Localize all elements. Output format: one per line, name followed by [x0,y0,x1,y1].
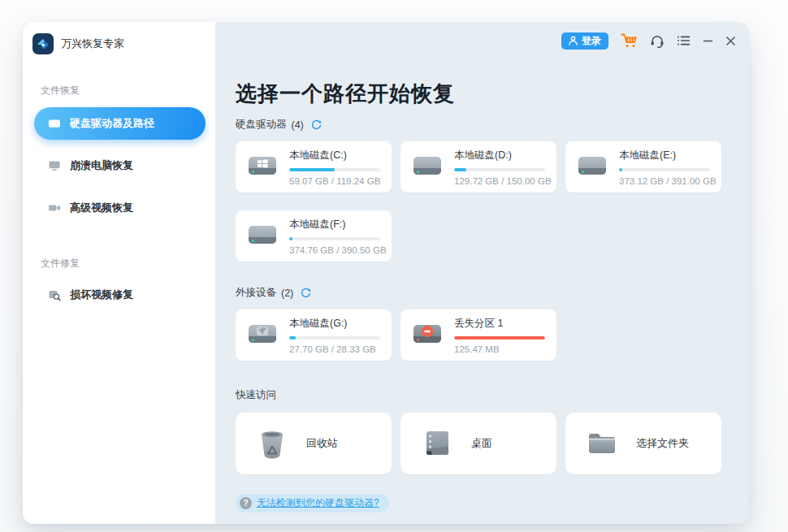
support-headset-icon[interactable] [650,34,665,48]
usage-bar [619,168,710,171]
hard-drive-icon [411,154,444,181]
drive-card-info: 本地磁盘(E:) 373.12 GB / 391.00 GB [619,149,717,186]
usage-bar [454,168,545,171]
folder-icon [586,427,618,460]
hard-drives-grid: 本地磁盘(C:) 59.07 GB / 119.24 GB 本地磁盘(D:) [236,141,749,262]
logo-row: 万兴恢复专家 [23,32,215,56]
usage-bar-fill [289,336,296,340]
question-mark-icon: ? [240,497,252,509]
sidebar-item-label: 崩溃电脑恢复 [70,158,133,173]
main-content: 登录 [215,22,749,524]
drive-size: 374.76 GB / 390.50 GB [289,245,387,255]
app-title: 万兴恢复专家 [61,37,124,51]
help-pill[interactable]: ? 无法检测到您的硬盘驱动器? [236,494,389,513]
drive-name: 丢失分区 1 [454,317,545,331]
desktop-background: 万兴恢复专家 文件恢复 硬盘驱动器及路径 [0,0,788,532]
cart-icon[interactable] [621,33,638,49]
usage-bar-fill [289,237,292,240]
video-repair-icon [48,288,61,301]
sidebar: 万兴恢复专家 文件恢复 硬盘驱动器及路径 [23,22,215,524]
drive-name: 本地磁盘(E:) [619,149,717,162]
minimize-icon[interactable] [703,36,713,46]
lost-partition-drive-icon [411,322,444,349]
refresh-icon[interactable] [311,119,322,130]
usb-drive-icon [246,322,279,349]
quick-access-label: 回收站 [306,436,338,451]
group-label: 硬盘驱动器 [236,118,287,132]
drive-name: 本地磁盘(D:) [454,149,552,162]
refresh-icon[interactable] [301,288,311,298]
drive-card-g[interactable]: 本地磁盘(G:) 27.70 GB / 28.33 GB [236,309,392,361]
app-logo-icon [32,33,54,54]
computer-icon [48,159,61,172]
drive-card-f[interactable]: 本地磁盘(F:) 374.76 GB / 390.50 GB [236,210,392,262]
group-label: 外接设备 [236,286,276,300]
drive-card-info: 本地磁盘(G:) 27.70 GB / 28.33 GB [289,317,380,354]
video-camera-icon [48,201,61,214]
group-label: 快速访问 [236,388,276,402]
drive-card-d[interactable]: 本地磁盘(D:) 129.72 GB / 150.00 GB [400,141,556,192]
drive-size: 59.07 GB / 119.24 GB [289,176,380,186]
usage-bar-fill [289,168,335,171]
group-hard-drives-header: 硬盘驱动器 (4) [236,118,749,132]
hard-drive-icon [246,223,279,250]
drive-size: 27.70 GB / 28.33 GB [289,344,380,354]
usage-bar-fill [454,168,466,171]
desktop-icon [421,427,453,460]
external-devices-grid: 本地磁盘(G:) 27.70 GB / 28.33 GB 丢失分区 1 [236,309,749,361]
drive-card-info: 本地磁盘(F:) 374.76 GB / 390.50 GB [289,218,387,255]
drive-card-info: 本地磁盘(C:) 59.07 GB / 119.24 GB [289,149,380,186]
sidebar-item-label: 硬盘驱动器及路径 [70,116,154,131]
recycle-bin-icon [256,427,288,460]
sidebar-item-label: 损坏视频修复 [70,288,133,302]
drive-icon [48,117,61,130]
usage-bar [454,336,545,340]
close-icon[interactable] [725,36,736,46]
drive-card-e[interactable]: 本地磁盘(E:) 373.12 GB / 391.00 GB [565,141,721,192]
usage-bar [289,336,380,340]
login-button[interactable]: 登录 [561,32,608,50]
sidebar-item-hard-drives[interactable]: 硬盘驱动器及路径 [34,107,206,140]
drive-name: 本地磁盘(F:) [289,218,387,231]
quick-access-header: 快速访问 [236,388,749,402]
sidebar-item-label: 高级视频恢复 [70,201,133,215]
group-count: (2) [281,288,293,299]
windows-drive-icon [246,154,279,181]
quick-access-label: 选择文件夹 [636,436,689,451]
usage-bar-fill [454,336,545,340]
quick-access-recycle-bin[interactable]: 回收站 [236,413,392,474]
menu-list-icon[interactable] [677,35,691,46]
titlebar: 登录 [236,22,749,59]
sidebar-section-file-recovery: 文件恢复 [41,84,215,97]
sidebar-section-file-repair: 文件修复 [41,257,215,270]
drive-card-info: 本地磁盘(D:) 129.72 GB / 150.00 GB [454,149,552,186]
drive-name: 本地磁盘(G:) [289,317,380,331]
hard-drive-icon [576,154,608,181]
sidebar-item-advanced-video[interactable]: 高级视频恢复 [34,192,206,224]
drive-name: 本地磁盘(C:) [289,149,380,162]
drive-size: 125.47 MB [454,344,545,354]
usage-bar [289,168,380,171]
lost-partition-card[interactable]: 丢失分区 1 125.47 MB [400,309,556,361]
sidebar-item-video-repair[interactable]: 损坏视频修复 [34,279,206,311]
usage-bar [289,237,380,240]
login-label: 登录 [582,34,601,48]
quick-access-grid: 回收站 桌面 选择文件夹 [236,413,749,474]
page-title: 选择一个路径开始恢复 [236,80,749,106]
app-window: 万兴恢复专家 文件恢复 硬盘驱动器及路径 [23,22,749,524]
group-count: (4) [292,119,304,131]
drive-size: 129.72 GB / 150.00 GB [454,176,552,186]
drive-card-c[interactable]: 本地磁盘(C:) 59.07 GB / 119.24 GB [236,141,392,192]
quick-access-label: 桌面 [471,436,492,451]
quick-access-select-folder[interactable]: 选择文件夹 [565,413,721,474]
usage-bar-fill [619,168,622,171]
quick-access-desktop[interactable]: 桌面 [400,413,556,474]
user-icon [569,36,578,45]
group-external-devices-header: 外接设备 (2) [236,286,749,300]
drive-card-info: 丢失分区 1 125.47 MB [454,317,545,354]
sidebar-item-crashed-computer[interactable]: 崩溃电脑恢复 [34,149,206,182]
drive-size: 373.12 GB / 391.00 GB [619,176,717,186]
cannot-detect-drive-link[interactable]: 无法检测到您的硬盘驱动器? [257,496,379,510]
